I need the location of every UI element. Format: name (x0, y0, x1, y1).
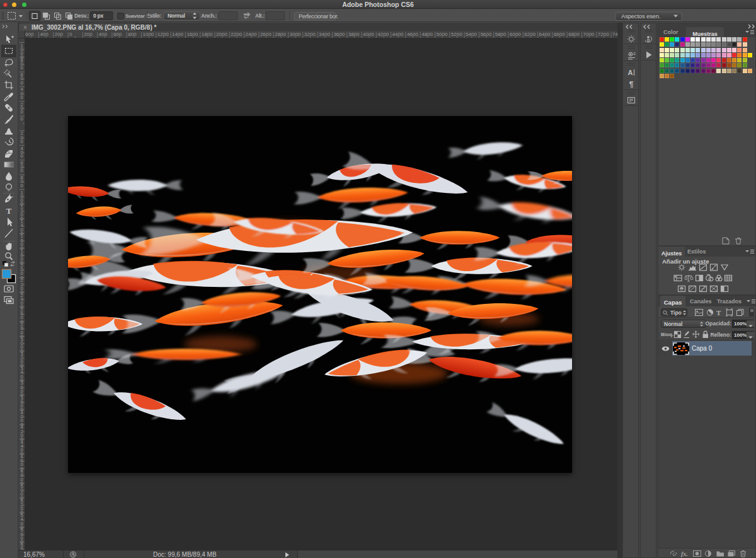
svg-text:T: T (6, 206, 12, 216)
svg-text:600: 600 (25, 32, 34, 37)
svg-text:1600: 1600 (186, 32, 198, 37)
svg-text:6800: 6800 (568, 32, 580, 37)
svg-text:Aspectos esen.: Aspectos esen. (621, 13, 660, 20)
svg-text:6400: 6400 (539, 32, 551, 37)
svg-text:4200: 4200 (377, 32, 389, 37)
svg-text:3600: 3600 (333, 32, 345, 37)
svg-text:800: 800 (128, 32, 137, 37)
svg-text:5800: 5800 (495, 32, 507, 37)
svg-text:4600: 4600 (407, 32, 418, 37)
svg-text:fx.: fx. (681, 550, 688, 557)
svg-text:3200: 3200 (304, 32, 316, 37)
svg-text:2400: 2400 (246, 32, 257, 37)
svg-text:6600: 6600 (554, 32, 565, 37)
svg-text:7400: 7400 (612, 32, 617, 37)
svg-text:6200: 6200 (524, 32, 536, 37)
svg-text:5000: 5000 (437, 32, 448, 37)
svg-text:600: 600 (113, 32, 122, 37)
svg-text:1400: 1400 (172, 32, 183, 37)
svg-text:5400: 5400 (466, 32, 477, 37)
svg-text:2200: 2200 (231, 32, 242, 37)
svg-text:400: 400 (99, 32, 108, 37)
svg-text:A: A (628, 69, 633, 76)
svg-text:2800: 2800 (275, 32, 286, 37)
svg-text:Suavizar: Suavizar (125, 13, 145, 19)
svg-text:7000: 7000 (583, 32, 595, 37)
svg-text:0: 0 (20, 153, 23, 159)
svg-text:1000: 1000 (143, 32, 154, 37)
svg-text:7200: 7200 (598, 32, 609, 37)
svg-text:2600: 2600 (260, 32, 272, 37)
svg-text:5600: 5600 (480, 32, 491, 37)
svg-text:Alt.:: Alt.: (255, 13, 265, 19)
svg-text:0: 0 (20, 139, 23, 144)
svg-text:6000: 6000 (510, 32, 521, 37)
svg-text:4400: 4400 (392, 32, 404, 37)
svg-text:3400: 3400 (319, 32, 330, 37)
svg-text:0 px: 0 px (93, 13, 103, 19)
svg-text:400: 400 (40, 32, 49, 37)
svg-text:Normal: Normal (168, 13, 185, 19)
svg-text:0: 0 (69, 32, 72, 37)
svg-text:0: 0 (20, 109, 23, 115)
svg-text:Perfeccionar bor.: Perfeccionar bor. (299, 13, 338, 20)
svg-text:200: 200 (84, 32, 93, 37)
svg-text:2000: 2000 (216, 32, 227, 37)
svg-text:3800: 3800 (348, 32, 360, 37)
svg-text:0: 0 (20, 168, 23, 173)
svg-text:3000: 3000 (290, 32, 301, 37)
svg-text:200: 200 (55, 32, 64, 37)
svg-text:4000: 4000 (363, 32, 374, 37)
svg-text:0: 0 (20, 65, 23, 71)
svg-text:Anch.:: Anch.: (201, 13, 217, 19)
svg-text:1800: 1800 (202, 32, 213, 37)
svg-text:Estilo:: Estilo: (146, 13, 161, 19)
svg-text:T: T (716, 309, 721, 317)
svg-text:0: 0 (20, 95, 23, 100)
svg-text:1200: 1200 (158, 32, 169, 37)
svg-text:4800: 4800 (421, 32, 433, 37)
svg-text:0: 0 (20, 116, 23, 122)
svg-text:¶: ¶ (629, 80, 634, 89)
svg-text:0: 0 (20, 80, 23, 86)
svg-text:0: 0 (20, 183, 23, 189)
svg-text:5200: 5200 (451, 32, 462, 37)
svg-text:Desv.:: Desv.: (74, 13, 89, 19)
